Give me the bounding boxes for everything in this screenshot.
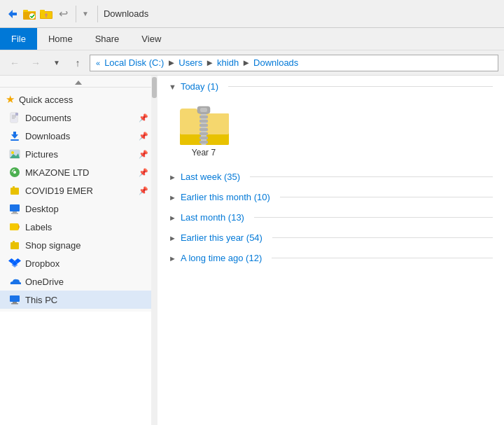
quick-access-label: Quick access [19, 95, 73, 105]
path-localdisk[interactable]: Local Disk (C:) [104, 57, 164, 68]
group-line-alongtimeago [272, 258, 493, 258]
group-today-label: Today (1) [181, 81, 218, 92]
svg-rect-15 [10, 139, 19, 141]
group-lastmonth[interactable]: ► Last month (13) [158, 207, 504, 227]
sidebar-label-desktop: Desktop [25, 204, 148, 214]
sidebar-scrollbar[interactable] [151, 76, 158, 425]
back-button[interactable]: ← [6, 54, 24, 72]
sidebar-item-covid[interactable]: COVID19 EMER 📌 [0, 181, 157, 200]
sidebar-label-downloads: Downloads [25, 131, 133, 141]
svg-rect-46 [200, 128, 208, 131]
dropdown-chevron-icon[interactable]: ▼ [82, 10, 89, 18]
group-alongtimeago-label: A long time ago (12) [181, 253, 262, 263]
thispc-icon [8, 293, 21, 306]
folder-yellow-icon [22, 7, 36, 21]
pin-icon-pictures: 📌 [139, 150, 148, 159]
svg-rect-36 [13, 302, 17, 303]
scroll-up-button[interactable] [0, 78, 157, 88]
menu-share[interactable]: Share [84, 28, 131, 50]
menu-file[interactable]: File [0, 28, 37, 50]
svg-rect-45 [200, 124, 208, 127]
chevron-right-icon-earlierthisyear: ► [169, 234, 176, 242]
group-earlierthismonth[interactable]: ► Earlier this month (10) [158, 186, 504, 207]
covid-icon [8, 184, 21, 197]
pin-icon-documents: 📌 [139, 113, 148, 123]
separator [76, 6, 76, 22]
window-title: Downloads [104, 8, 148, 19]
content-area: ▼ Today (1) [158, 76, 504, 425]
sidebar-item-onedrive[interactable]: OneDrive [0, 272, 157, 291]
svg-rect-24 [10, 204, 20, 211]
svg-rect-14 [13, 132, 16, 135]
quick-access-header: ★ Quick access [0, 88, 157, 109]
svg-rect-25 [13, 211, 17, 213]
svg-rect-23 [13, 186, 15, 189]
file-item-year7[interactable]: Year 7 [169, 99, 239, 160]
address-path[interactable]: « Local Disk (C:) ► Users ► khidh ► Down… [90, 55, 498, 71]
svg-rect-49 [200, 141, 208, 144]
address-bar: ← → ▼ ↑ « Local Disk (C:) ► Users ► khid… [0, 50, 504, 76]
path-khidh[interactable]: khidh [217, 57, 239, 68]
zip-folder-icon [178, 102, 229, 145]
sidebar-label-shopsignage: Shop signage [25, 240, 148, 251]
sidebar-label-dropbox: Dropbox [25, 258, 148, 269]
dropbox-icon [8, 257, 21, 270]
sidebar-item-thispc[interactable]: This PC [0, 291, 157, 309]
sidebar-label-onedrive: OneDrive [25, 277, 148, 287]
documents-icon [8, 111, 21, 124]
chevron-right-icon-lastweek: ► [169, 173, 176, 181]
group-line [228, 86, 493, 87]
svg-rect-48 [200, 137, 208, 139]
sidebar-item-labels[interactable]: Labels [0, 218, 157, 236]
svg-marker-9 [75, 81, 82, 85]
svg-rect-47 [200, 132, 208, 135]
group-lastweek[interactable]: ► Last week (35) [158, 166, 504, 186]
svg-rect-12 [15, 113, 18, 116]
group-line-lastweek [250, 176, 493, 177]
up-button[interactable]: ↑ [69, 54, 87, 72]
menu-home[interactable]: Home [37, 28, 84, 50]
pictures-icon [8, 148, 21, 160]
group-line-earlierthismonth [280, 197, 493, 197]
title-bar: ↩ ▼ Downloads [0, 0, 504, 28]
sidebar-item-desktop[interactable]: Desktop [0, 200, 157, 218]
undo-icon[interactable]: ↩ [56, 7, 70, 21]
sidebar: ★ Quick access Documents 📌 [0, 76, 158, 312]
back-icon[interactable] [6, 7, 20, 21]
group-earlierthismonth-label: Earlier this month (10) [181, 192, 270, 202]
sidebar-item-pictures[interactable]: Pictures 📌 [0, 145, 157, 163]
chevron-right-icon-lastmonth: ► [169, 214, 176, 222]
path-downloads[interactable]: Downloads [253, 57, 298, 68]
menu-bar: File Home Share View [0, 28, 504, 50]
chevron-right-icon-alongtimeago: ► [169, 254, 176, 263]
svg-rect-26 [11, 213, 18, 214]
path-sep-2: ► [205, 57, 214, 68]
svg-point-18 [11, 151, 14, 154]
path-users[interactable]: Users [178, 57, 202, 68]
sidebar-item-mkazone[interactable]: MKAZONE LTD 📌 [0, 163, 157, 181]
chevron-right-icon-earlierthismonth: ► [169, 193, 176, 202]
sidebar-label-labels: Labels [25, 222, 148, 232]
path-sep-1: ► [167, 57, 176, 68]
sidebar-item-downloads[interactable]: Downloads 📌 [0, 127, 157, 145]
sidebar-item-dropbox[interactable]: Dropbox [0, 254, 157, 272]
sidebar-label-mkazone: MKAZONE LTD [25, 167, 133, 178]
file-name-year7: Year 7 [192, 148, 216, 158]
sidebar-item-shopsignage[interactable]: Shop signage [0, 236, 157, 254]
title-bar-icons: ↩ ▼ [6, 6, 89, 22]
group-line-earlierthisyear [272, 237, 493, 238]
group-earlierthisyear[interactable]: ► Earlier this year (54) [158, 227, 504, 247]
group-alongtimeago[interactable]: ► A long time ago (12) [158, 247, 504, 267]
sidebar-item-documents[interactable]: Documents 📌 [0, 109, 157, 127]
menu-view[interactable]: View [130, 28, 172, 50]
recent-dropdown-button[interactable]: ▼ [48, 54, 66, 72]
group-today[interactable]: ▼ Today (1) [158, 76, 504, 96]
sidebar-label-documents: Documents [25, 113, 133, 123]
pin-icon-downloads: 📌 [139, 132, 148, 141]
sidebar-scroll-thumb[interactable] [152, 77, 157, 98]
folder-pin-icon [39, 7, 53, 21]
svg-rect-30 [13, 241, 15, 244]
sidebar-label-pictures: Pictures [25, 149, 133, 160]
chevron-down-icon: ▼ [169, 83, 176, 91]
forward-button[interactable]: → [27, 54, 45, 72]
